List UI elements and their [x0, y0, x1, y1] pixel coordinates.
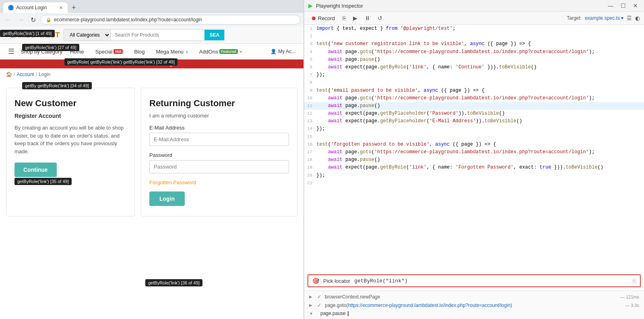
tab-title: Account Login — [16, 5, 47, 10]
nav-bar: getByRole('link') [27 of 49] ☰ Shop by C… — [0, 44, 303, 60]
new-customer-description: By creating an account you will be able … — [14, 124, 126, 155]
code-line-5: 5 await page.pause() — [304, 56, 644, 64]
pause-button[interactable]: ⏸ — [363, 14, 372, 23]
log-check-icon: ✓ — [317, 294, 322, 300]
close-button[interactable]: ✕ — [631, 2, 640, 10]
login-button[interactable]: Login — [149, 191, 185, 206]
nav-special[interactable]: Special Hot — [90, 45, 129, 59]
breadcrumb: 🏠 / Account / Login getBy getByRole('lin… — [0, 68, 303, 80]
search-input[interactable] — [111, 30, 204, 40]
log-text-1: browserContext.newPage — [325, 294, 617, 300]
new-customer-title: New Customer — [14, 98, 126, 109]
nav-blog[interactable]: Blog — [128, 45, 150, 59]
featured-badge: Featured — [219, 49, 238, 54]
code-line-14: 14 }); — [304, 125, 644, 133]
continue-tooltip: getByRole('link') [35 of 49] — [14, 178, 72, 185]
log-item-1[interactable]: ▶ ✓ browserContext.newPage — 121ms — [304, 292, 644, 301]
search-button[interactable]: SEA — [204, 30, 224, 40]
my-account-button[interactable]: 👤 My Ac... — [266, 45, 299, 58]
reload-button[interactable]: ↻ — [29, 15, 37, 25]
inspector-titlebar: ▶ Playwright Inspector — ☐ ✕ — [304, 0, 644, 12]
code-line-2: 2 — [304, 33, 644, 40]
search-category-select[interactable]: All Categories — [64, 29, 111, 41]
target-select[interactable]: example.spec.ts ▾ — [585, 15, 623, 21]
email-field-group: E-Mail Address — [149, 125, 289, 146]
nav-addons[interactable]: AddOns Featured ▾ — [194, 45, 248, 59]
minimize-button[interactable]: — — [606, 2, 615, 10]
log-expand-icon-2: ▶ — [309, 303, 314, 307]
log-check-icon-2: ✓ — [317, 302, 322, 308]
inspector-title: Playwright Inspector — [316, 3, 363, 9]
search-container: All Categories SEA — [64, 29, 225, 41]
inspector-panel: ▶ Playwright Inspector — ☐ ✕ ⏺ Record ⎘ … — [304, 0, 644, 319]
target-label: Target: — [567, 15, 582, 21]
pick-locator-label: Pick locator — [323, 278, 350, 284]
breadcrumb-account-link[interactable]: Account — [17, 72, 34, 77]
breadcrumb-login: Login — [39, 72, 50, 77]
copy-button[interactable]: ⎘ — [341, 14, 348, 23]
code-line-9: 9 test('email password to be visible', a… — [304, 87, 644, 95]
forgotten-password-link[interactable]: Forgotten Password — [149, 179, 289, 185]
maximize-button[interactable]: ☐ — [619, 2, 628, 10]
main-content: New Customer Register Account By creatin… — [0, 84, 303, 220]
copy-locator-icon[interactable]: ⎘ — [633, 278, 636, 284]
code-line-20: 20 }); — [304, 172, 644, 179]
code-line-17: 17 await page.goto('https://ecommerce-pl… — [304, 148, 644, 156]
returning-customer-subtitle: I am a returning customer — [149, 113, 289, 119]
locator-value[interactable]: getByRole("link") — [354, 278, 629, 284]
log-time-1: — 121ms — [620, 294, 639, 299]
code-line-11: 11 await page.pause() — [304, 102, 644, 110]
hot-badge: Hot — [114, 49, 123, 54]
store-header: getByRole('link') [1 of 49] ~LAMBDATEST … — [0, 27, 303, 44]
record-icon: ⏺ — [311, 15, 316, 21]
play-button[interactable]: ▶ — [351, 14, 359, 23]
code-line-1: 1 import { test, expect } from '@playwri… — [304, 25, 644, 33]
tab-close-button[interactable]: ✕ — [59, 5, 63, 10]
url-text: ecommerce-playground.lambdatest.io/index… — [54, 17, 202, 23]
browser-panel: 👤 Account Login ✕ + ← → ↻ 🔒 ecommerce-pl… — [0, 0, 304, 319]
lock-icon: 🔒 — [46, 17, 52, 23]
theme-toggle-button[interactable]: ◐ — [635, 15, 640, 21]
log-time-2: — 3.3s — [625, 303, 639, 308]
view-toggle-button[interactable]: ☰ — [627, 15, 632, 21]
record-button[interactable]: ⏺ Record — [308, 14, 337, 23]
login-tooltip: getByRole('link') [36 of 49] — [145, 279, 202, 286]
code-line-3: 3 test('new customer registration link t… — [304, 40, 644, 48]
forward-button[interactable]: → — [16, 15, 26, 24]
hamburger-menu-button[interactable]: ☰ — [4, 44, 19, 59]
register-account-subtitle: Register Account — [14, 113, 126, 119]
code-line-6: 6 await expect(page.getByRole('link', { … — [304, 64, 644, 71]
code-line-4: 4 await page.goto('https://ecommerce-pla… — [304, 48, 644, 56]
code-line-12: 12 await expect(page.getByPlaceholder('P… — [304, 110, 644, 117]
browser-tab[interactable]: 👤 Account Login ✕ — [3, 2, 68, 13]
log-url-link[interactable]: https://ecommerce-playground.lambdatest.… — [348, 303, 510, 308]
address-bar[interactable]: 🔒 ecommerce-playground.lambdatest.io/ind… — [41, 15, 300, 25]
code-line-8: 8 — [304, 79, 644, 86]
code-line-15: 15 — [304, 133, 644, 141]
password-input[interactable] — [149, 160, 289, 173]
tab-favicon: 👤 — [8, 5, 14, 10]
playwright-logo: ▶ — [308, 2, 313, 9]
log-expand-icon: ▶ — [309, 294, 314, 299]
log-expand-icon-3: ▼ — [309, 311, 314, 316]
pick-locator-icon: 🎯 — [312, 278, 319, 284]
nav-mega-menu[interactable]: Mega Menu ▾ — [150, 45, 193, 59]
log-item-2[interactable]: ▶ ✓ page.goto(https://ecommerce-playgrou… — [304, 301, 644, 309]
email-input[interactable] — [149, 133, 289, 146]
returning-customer-title: Returning Customer — [149, 98, 289, 109]
new-customer-box: New Customer Register Account By creatin… — [6, 88, 135, 216]
code-line-18: 18 await page.pause() — [304, 156, 644, 164]
continue-button[interactable]: Continue — [14, 163, 57, 177]
log-text-2: page.goto(https://ecommerce-playground.l… — [325, 303, 622, 308]
nav-tooltip-1: getByRole('link') [27 of 49] — [22, 44, 79, 51]
new-tab-button[interactable]: + — [70, 4, 78, 12]
password-label: Password — [149, 152, 289, 158]
log-pause-text: page.pause ‖ — [320, 311, 349, 316]
back-button[interactable]: ← — [3, 15, 13, 24]
password-field-group: Password — [149, 152, 289, 173]
locator-bar: 🎯 Pick locator getByRole("link") ⎘ — [308, 274, 641, 287]
returning-customer-box: Returning Customer I am a returning cust… — [141, 88, 297, 216]
code-line-16: 16 test('forgotten password to be visibl… — [304, 141, 644, 148]
step-button[interactable]: ↺ — [376, 14, 384, 23]
log-item-3[interactable]: ▼ page.pause ‖ — [304, 309, 644, 317]
